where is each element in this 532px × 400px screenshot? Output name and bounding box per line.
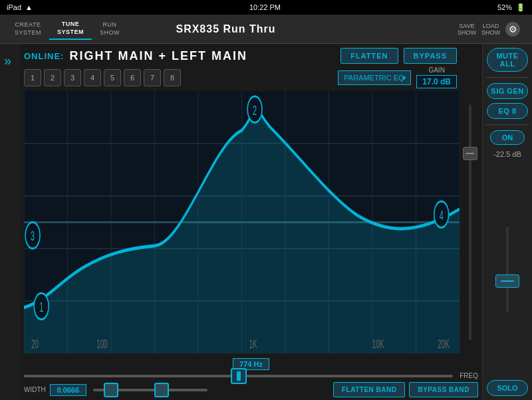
right-fader-thumb[interactable] xyxy=(495,274,519,288)
bottom-controls: 774 Hz FREQ WIDTH 0.0666 xyxy=(20,355,482,400)
wifi-icon: ▲ xyxy=(25,3,33,11)
battery-icon: 🔋 xyxy=(516,3,525,12)
svg-text:3: 3 xyxy=(31,229,35,243)
time-display: 10:22 PM xyxy=(249,3,281,11)
save-show-label: SAVE xyxy=(458,23,476,29)
online-label: ONLINE: xyxy=(24,51,64,61)
gain-fader-track xyxy=(469,104,471,341)
right-sidebar: MUTE ALL SIG GEN EQ 8 ON -22.5 dB SOLO xyxy=(482,44,532,400)
freq-label: FREQ xyxy=(460,372,478,379)
solo-button[interactable]: SOLO xyxy=(487,380,528,396)
nav-tune-system[interactable]: TUNE SYSTEM xyxy=(49,18,92,40)
svg-text:10K: 10K xyxy=(372,338,384,351)
width-label: WIDTH xyxy=(24,386,46,393)
width-slider-right-thumb[interactable] xyxy=(154,383,169,397)
tune-system-label: TUNE SYSTEM xyxy=(57,21,84,35)
freq-thumb-inner xyxy=(237,371,241,381)
load-show-label: LOAD xyxy=(481,23,500,29)
sidebar-divider-1 xyxy=(485,77,529,78)
fader-line xyxy=(466,153,474,154)
svg-text:2: 2 xyxy=(253,103,257,117)
save-show-label2: SHOW xyxy=(458,29,476,36)
freq-center: 774 Hz xyxy=(24,356,478,372)
band-btn-1[interactable]: 1 xyxy=(24,69,41,86)
gain-fader-thumb[interactable] xyxy=(463,147,477,160)
flatten-band-button[interactable]: FLATTEN BAND xyxy=(333,382,405,397)
width-row: WIDTH 0.0666 FLATTEN BAND BYPASS BAND xyxy=(24,382,478,397)
width-slider-track xyxy=(93,389,208,391)
on-button[interactable]: ON xyxy=(490,130,525,145)
run-show-label: RUN SHOW xyxy=(100,21,120,36)
battery-display: 52% xyxy=(497,3,512,11)
right-fader-line xyxy=(501,280,514,282)
band-btn-6[interactable]: 6 xyxy=(124,69,141,86)
band-eq-row: 1 2 3 4 5 6 7 8 PARAMETRIC EQ HIGH SHELF… xyxy=(20,65,482,90)
load-show-label2: SHOW xyxy=(481,29,500,36)
svg-text:20K: 20K xyxy=(438,338,450,351)
mute-all-button[interactable]: MUTE ALL xyxy=(487,48,528,72)
eq-graph-inner: 1 2 3 4 20 100 1K 1 xyxy=(24,91,460,353)
band-btn-4[interactable]: 4 xyxy=(84,69,101,86)
channel-name: RIGHT MAIN + LEFT MAIN xyxy=(69,49,247,63)
band-btn-8[interactable]: 8 xyxy=(164,69,181,86)
main-layout: » ONLINE: RIGHT MAIN + LEFT MAIN FLATTEN… xyxy=(0,44,532,400)
left-arrow-panel: » xyxy=(0,44,20,400)
gain-label: GAIN xyxy=(428,66,444,74)
status-bar: iPad ▲ 10:22 PM 52% 🔋 xyxy=(0,0,532,15)
nav-load-show[interactable]: LOAD SHOW xyxy=(481,23,500,36)
sig-gen-button[interactable]: SIG GEN xyxy=(487,83,528,99)
top-nav: CREATE SYSTEM TUNE SYSTEM RUN SHOW SRX83… xyxy=(0,15,532,44)
svg-text:100: 100 xyxy=(96,338,107,351)
center-content: ONLINE: RIGHT MAIN + LEFT MAIN FLATTEN B… xyxy=(20,44,482,400)
svg-text:1: 1 xyxy=(39,300,43,314)
bypass-band-button[interactable]: BYPASS BAND xyxy=(409,382,478,397)
right-fader-container xyxy=(485,163,529,376)
svg-text:1K: 1K xyxy=(249,338,257,351)
create-system-label: CREATE SYSTEM xyxy=(15,21,41,36)
band-btn-5[interactable]: 5 xyxy=(104,69,121,86)
online-section: ONLINE: RIGHT MAIN + LEFT MAIN xyxy=(24,49,340,63)
eq8-button[interactable]: EQ 8 xyxy=(487,103,528,119)
settings-gear-icon[interactable]: ⚙ xyxy=(505,22,520,37)
nav-save-show[interactable]: SAVE SHOW xyxy=(458,23,476,36)
right-fader-track xyxy=(506,227,509,313)
gain-value: 17.0 dB xyxy=(416,75,457,88)
svg-text:20: 20 xyxy=(31,338,39,351)
width-slider-left-thumb[interactable] xyxy=(104,383,118,397)
gain-fader-track-container xyxy=(462,91,478,353)
freq-slider-row: FREQ xyxy=(24,372,478,379)
eq-section: PARAMETRIC EQ HIGH SHELF LOW SHELF HIGH … xyxy=(338,66,478,88)
svg-text:4: 4 xyxy=(440,208,444,222)
eq-graph-svg: 1 2 3 4 20 100 1K 1 xyxy=(24,91,460,353)
page-title: SRX835 Run Thru xyxy=(128,23,324,35)
eq-type-wrapper: PARAMETRIC EQ HIGH SHELF LOW SHELF HIGH … xyxy=(338,70,411,85)
freq-slider-thumb[interactable] xyxy=(231,368,247,384)
band-btn-2[interactable]: 2 xyxy=(44,69,61,86)
flatten-bypass-section: FLATTEN BYPASS xyxy=(340,48,478,64)
band-section: 1 2 3 4 5 6 7 8 xyxy=(24,69,181,86)
sidebar-db-value: -22.5 dB xyxy=(493,149,521,159)
eq-type-select[interactable]: PARAMETRIC EQ HIGH SHELF LOW SHELF HIGH … xyxy=(338,70,411,85)
device-label: iPad xyxy=(7,3,21,11)
sidebar-divider-2 xyxy=(485,124,529,125)
eq-graph-wrapper: 1 2 3 4 20 100 1K 1 xyxy=(24,91,478,353)
nav-run-show[interactable]: RUN SHOW xyxy=(92,19,128,39)
width-value: 0.0666 xyxy=(50,384,86,396)
band-btn-7[interactable]: 7 xyxy=(144,69,161,86)
forward-chevron-icon[interactable]: » xyxy=(4,53,11,68)
bypass-button[interactable]: BYPASS xyxy=(404,48,457,64)
nav-create-system[interactable]: CREATE SYSTEM xyxy=(7,19,49,39)
band-btn-3[interactable]: 3 xyxy=(64,69,81,86)
online-header-row: ONLINE: RIGHT MAIN + LEFT MAIN FLATTEN B… xyxy=(20,44,482,65)
freq-slider-track xyxy=(24,375,453,377)
flatten-button[interactable]: FLATTEN xyxy=(340,48,398,64)
